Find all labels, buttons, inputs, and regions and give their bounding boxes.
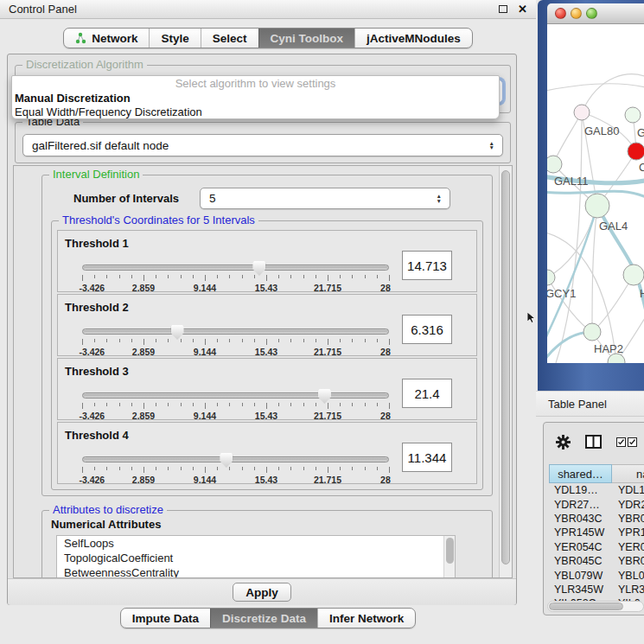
table-row[interactable]: YBL079WYBL0 — [549, 568, 644, 582]
column-header-name[interactable]: name — [612, 464, 644, 483]
algorithm-dropdown-prompt: Select algorithm to view settings — [12, 76, 499, 92]
threshold-slider[interactable]: -3.4262.8599.14415.4321.71528 — [82, 324, 389, 355]
tab-discretize-data[interactable]: Discretize Data — [210, 609, 317, 628]
table-row[interactable]: YPR145WYPR1 — [549, 526, 644, 539]
slider-tick — [181, 275, 182, 278]
settings-panel-scrollbar[interactable] — [499, 166, 512, 577]
algorithm-option-equal-width[interactable]: Equal Width/Frequency Discretization — [12, 105, 499, 119]
tab-jactivemnodules[interactable]: jActiveMNodules — [354, 29, 472, 48]
network-node[interactable] — [585, 194, 609, 218]
tab-select[interactable]: Select — [201, 29, 258, 48]
slider-tick — [389, 275, 390, 281]
slider-tick — [131, 339, 132, 342]
network-window-titlebar[interactable] — [547, 3, 644, 24]
settings-gear-icon[interactable] — [556, 435, 571, 450]
algorithm-option-manual[interactable]: Manual Discretization — [12, 92, 499, 105]
slider-tick — [316, 403, 316, 406]
network-node[interactable] — [583, 323, 601, 341]
close-window-icon[interactable] — [555, 8, 566, 19]
network-node-label: H — [640, 287, 644, 300]
tab-network[interactable]: Network — [64, 29, 149, 48]
float-panel-icon[interactable] — [499, 5, 507, 13]
table-row[interactable]: YER054CYER0 — [549, 540, 644, 554]
network-node[interactable] — [625, 107, 641, 123]
slider-tick-label: 2.859 — [132, 475, 155, 485]
attribute-list-item[interactable]: BetweennessCentrality — [57, 565, 455, 578]
cell-name: YBR0 — [612, 513, 644, 525]
threshold-value-field[interactable]: 11.344 — [402, 443, 452, 472]
slider-tick — [365, 403, 366, 406]
slider-tick — [119, 339, 120, 342]
table-row[interactable]: YBR045CYBR0 — [549, 554, 644, 568]
slider-tick-label: 2.859 — [132, 283, 155, 293]
attribute-list-item[interactable]: SelfLoops — [57, 536, 455, 551]
slider-thumb[interactable] — [220, 453, 233, 468]
zoom-window-icon[interactable] — [586, 8, 597, 19]
table-row[interactable]: YBR043CYBR0 — [549, 512, 644, 526]
slider-thumb[interactable] — [171, 325, 184, 340]
slider-track[interactable] — [82, 456, 389, 462]
slider-tick — [181, 339, 182, 342]
threshold-value-field[interactable]: 14.713 — [402, 251, 452, 280]
attribute-list-item[interactable]: TopologicalCoefficient — [57, 551, 455, 565]
slider-tick — [278, 467, 279, 470]
tab-cyni-toolbox[interactable]: Cyni Toolbox — [258, 29, 355, 48]
slider-tick-label: 15.43 — [255, 475, 277, 485]
slider-tick — [217, 467, 218, 470]
slider-tick — [328, 339, 328, 345]
network-node[interactable] — [574, 105, 590, 120]
network-edge[interactable] — [547, 206, 597, 277]
threshold-slider[interactable]: -3.4262.8599.14415.4321.71528 — [82, 388, 389, 419]
threshold-slider[interactable]: -3.4262.8599.14415.4321.71528 — [82, 260, 389, 291]
slider-tick — [143, 275, 144, 281]
tab-infer-network[interactable]: Infer Network — [317, 609, 415, 628]
slider-tick — [119, 403, 120, 406]
tab-style[interactable]: Style — [149, 29, 200, 48]
network-node-label: C — [639, 161, 644, 174]
slider-tick — [82, 275, 83, 281]
apply-button[interactable]: Apply — [233, 583, 291, 602]
slider-tick — [365, 339, 366, 342]
numerical-attributes-list[interactable]: SelfLoopsTopologicalCoefficientBetweenne… — [56, 535, 456, 578]
cell-name: YBL0 — [612, 570, 644, 582]
network-node[interactable] — [628, 143, 644, 160]
slider-tick — [352, 467, 353, 470]
network-edge[interactable] — [582, 74, 644, 112]
close-panel-icon[interactable]: ✕ — [518, 5, 527, 14]
node-table: shared… name YDL19…YDL1YDR27…YDR2YBR043C… — [549, 464, 644, 611]
slider-tick — [94, 275, 95, 278]
threshold-slider[interactable]: -3.4262.8599.14415.4321.71528 — [82, 452, 389, 483]
slider-tick — [377, 275, 378, 278]
column-header-shared-name[interactable]: shared… — [549, 464, 612, 483]
minimize-window-icon[interactable] — [571, 8, 582, 19]
table-row[interactable]: YDL19…YDL1 — [549, 483, 644, 497]
network-node[interactable] — [547, 156, 562, 173]
select-columns-checkboxes-icon[interactable] — [616, 437, 637, 447]
table-horizontal-scrollbar[interactable] — [547, 601, 644, 612]
threshold-value-field[interactable]: 6.316 — [402, 315, 452, 344]
slider-track[interactable] — [82, 392, 389, 399]
table-data-combobox[interactable]: galFiltered.sif default node ▲▼ — [22, 134, 503, 156]
slider-tick — [242, 467, 243, 470]
slider-tick-label: 28 — [380, 411, 391, 421]
table-row[interactable]: YDR27…YDR2 — [549, 497, 644, 511]
slider-track[interactable] — [82, 265, 389, 271]
network-node[interactable] — [623, 265, 644, 285]
slider-tick — [193, 339, 194, 342]
slider-thumb[interactable] — [318, 389, 331, 404]
table-row[interactable]: YLR345WYLR3 — [549, 583, 644, 596]
threshold-value-field[interactable]: 21.4 — [402, 379, 452, 408]
split-columns-icon[interactable] — [585, 435, 602, 449]
slider-thumb[interactable] — [252, 261, 265, 276]
network-canvas[interactable]: GAL80GACGAL11GAL4GCY1HHAP2 — [547, 24, 644, 363]
network-node-label: GAL11 — [554, 175, 589, 188]
slider-track[interactable] — [82, 328, 389, 335]
slider-tick-label: 21.715 — [314, 347, 341, 357]
tab-impute-data[interactable]: Impute Data — [121, 609, 210, 628]
number-of-intervals-combobox[interactable]: 5 ▲▼ — [200, 188, 450, 209]
network-node[interactable] — [547, 270, 555, 285]
network-edge[interactable] — [592, 206, 597, 332]
slider-tick-label: 15.43 — [255, 411, 277, 421]
attributes-list-scrollbar[interactable] — [443, 536, 455, 578]
slider-tick-label: 15.43 — [255, 283, 277, 293]
